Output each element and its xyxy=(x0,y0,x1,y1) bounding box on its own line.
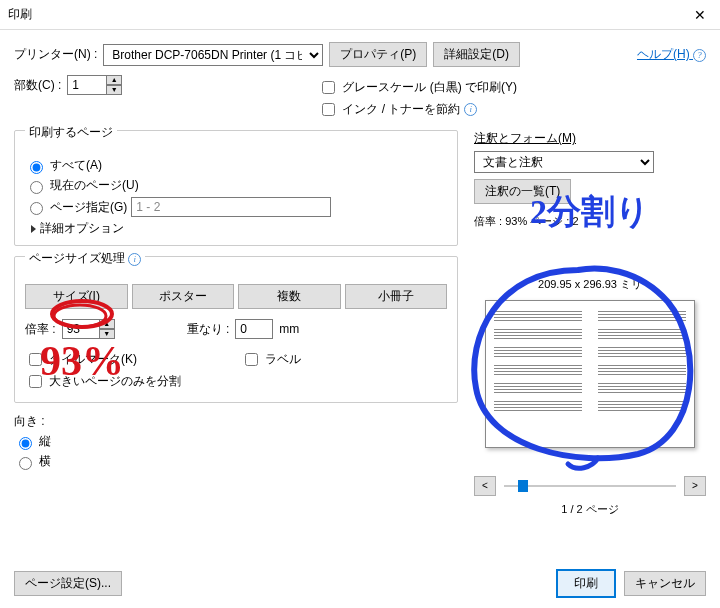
preview-next-button[interactable]: > xyxy=(684,476,706,496)
range-current-label: 現在のページ(U) xyxy=(50,177,139,194)
scale-stepper[interactable]: ▲▼ xyxy=(99,319,115,339)
size-legend: ページサイズ処理 xyxy=(29,251,125,265)
range-current-radio[interactable] xyxy=(30,181,43,194)
scale-input[interactable] xyxy=(62,319,100,339)
overlap-input[interactable] xyxy=(235,319,273,339)
forms-legend: 注釈とフォーム(M) xyxy=(474,131,576,145)
printer-label: プリンター(N) : xyxy=(14,46,97,63)
grayscale-checkbox[interactable] xyxy=(322,81,335,94)
orient-legend: 向き : xyxy=(14,414,45,428)
tab-booklet[interactable]: 小冊子 xyxy=(345,284,448,309)
tilemark-label: タイルマーク(K) xyxy=(49,351,137,368)
range-pages-input[interactable] xyxy=(131,197,331,217)
preview-slider[interactable] xyxy=(504,485,676,487)
print-button[interactable]: 印刷 xyxy=(556,569,616,598)
grayscale-label: グレースケール (白黒) で印刷(Y) xyxy=(342,79,517,96)
label-chk-label: ラベル xyxy=(265,351,301,368)
bigpage-label: 大きいページのみを分割 xyxy=(49,373,181,390)
orient-portrait-radio[interactable] xyxy=(19,437,32,450)
tab-multi[interactable]: 複数 xyxy=(238,284,341,309)
saveink-label: インク / トナーを節約 xyxy=(342,101,460,118)
bigpage-checkbox[interactable] xyxy=(29,375,42,388)
tab-size[interactable]: サイズ(I) xyxy=(25,284,128,309)
triangle-icon xyxy=(31,225,36,233)
copies-input[interactable] xyxy=(67,75,107,95)
printer-select[interactable]: Brother DCP-7065DN Printer (1 コピー) xyxy=(103,44,323,66)
orient-landscape-radio[interactable] xyxy=(19,457,32,470)
range-pages-radio[interactable] xyxy=(30,202,43,215)
saveink-checkbox[interactable] xyxy=(322,103,335,116)
range-pages-label: ページ指定(G) xyxy=(50,199,127,216)
scale-label: 倍率 : xyxy=(25,321,56,338)
range-legend: 印刷するページ xyxy=(25,124,117,141)
preview-prev-button[interactable]: < xyxy=(474,476,496,496)
cancel-button[interactable]: キャンセル xyxy=(624,571,706,596)
window-title: 印刷 xyxy=(8,6,32,23)
range-all-label: すべて(A) xyxy=(50,157,102,174)
orient-landscape-label: 横 xyxy=(39,453,51,470)
help-link[interactable]: ヘルプ(H) ? xyxy=(637,46,706,63)
overlap-unit: mm xyxy=(279,322,299,336)
help-icon: ? xyxy=(693,49,706,62)
advanced-button[interactable]: 詳細設定(D) xyxy=(433,42,520,67)
tab-poster[interactable]: ポスター xyxy=(132,284,235,309)
range-more[interactable]: 詳細オプション xyxy=(31,220,447,237)
info-icon: i xyxy=(128,253,141,266)
label-checkbox[interactable] xyxy=(245,353,258,366)
annot-list-button[interactable]: 注釈の一覧(T) xyxy=(474,179,571,204)
orient-portrait-label: 縦 xyxy=(39,433,51,450)
preview-counter: 1 / 2 ページ xyxy=(474,502,706,517)
range-all-radio[interactable] xyxy=(30,161,43,174)
info-icon: i xyxy=(464,103,477,116)
copies-stepper[interactable]: ▲▼ xyxy=(106,75,122,95)
page-setup-button[interactable]: ページ設定(S)... xyxy=(14,571,122,596)
properties-button[interactable]: プロパティ(P) xyxy=(329,42,427,67)
close-icon[interactable]: ✕ xyxy=(688,7,712,23)
preview-dimensions: 209.95 x 296.93 ミリ xyxy=(474,277,706,292)
preview-page xyxy=(485,300,695,448)
overlap-label: 重なり : xyxy=(187,321,230,338)
tilemark-checkbox[interactable] xyxy=(29,353,42,366)
copies-label: 部数(C) : xyxy=(14,77,61,94)
preview-scale-line: 倍率 : 93% ページ : 2 xyxy=(474,214,706,229)
forms-select[interactable]: 文書と注釈 xyxy=(474,151,654,173)
